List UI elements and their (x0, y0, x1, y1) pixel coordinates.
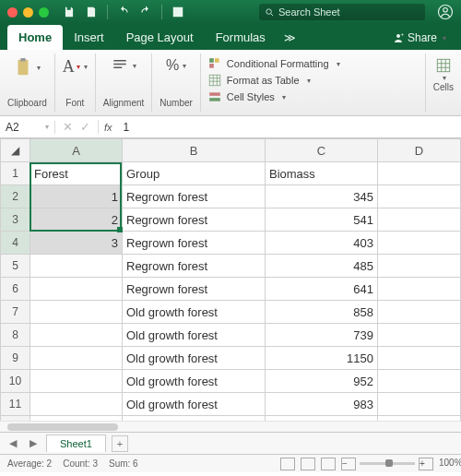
cell[interactable] (378, 347, 461, 370)
share-button[interactable]: + Share ▾ (385, 26, 454, 50)
row-header[interactable]: 6 (1, 278, 30, 301)
format-as-table-button[interactable]: Format as Table▾ (208, 74, 418, 87)
cell[interactable] (378, 301, 461, 324)
row-header[interactable]: 8 (1, 324, 30, 347)
col-header-b[interactable]: B (123, 139, 266, 162)
cell[interactable] (30, 278, 123, 301)
view-normal[interactable] (280, 458, 295, 470)
scroll-horizontal[interactable] (0, 421, 461, 432)
zoom-in[interactable]: + (419, 458, 433, 470)
name-box[interactable]: A2▾ (0, 121, 55, 134)
maximize-icon[interactable] (39, 7, 49, 18)
search-input[interactable]: Search Sheet (259, 4, 425, 20)
row-header[interactable]: 10 (1, 370, 30, 393)
row-header[interactable]: 11 (1, 393, 30, 416)
cell[interactable]: Regrown forest (123, 255, 266, 278)
fx-icon[interactable]: fx (99, 122, 118, 133)
cell[interactable]: Regrown forest (123, 278, 266, 301)
view-page-layout[interactable] (301, 458, 315, 470)
confirm-icon[interactable]: ✓ (80, 120, 90, 134)
close-icon[interactable] (7, 7, 18, 18)
cell[interactable] (30, 347, 123, 370)
add-sheet[interactable]: + (112, 435, 128, 452)
cell[interactable] (30, 370, 123, 393)
cell[interactable]: 485 (266, 255, 378, 278)
tab-formulas[interactable]: Formulas (205, 25, 277, 50)
cell[interactable]: 858 (266, 301, 378, 324)
tab-insert[interactable]: Insert (63, 25, 115, 50)
cell[interactable]: 1150 (266, 347, 378, 370)
tab-home[interactable]: Home (7, 25, 63, 50)
view-page-break[interactable] (321, 458, 336, 470)
cell[interactable]: 1 (30, 185, 123, 208)
tabs-more[interactable]: ≫ (277, 26, 303, 50)
cell[interactable]: Group (123, 162, 266, 185)
row-header[interactable]: 2 (1, 185, 30, 208)
row-header[interactable]: 3 (1, 208, 30, 232)
cell[interactable] (378, 185, 461, 208)
cell[interactable] (30, 393, 123, 416)
cell[interactable] (378, 232, 461, 255)
cell[interactable] (378, 370, 461, 393)
cell[interactable] (378, 208, 461, 232)
cancel-icon[interactable]: ✕ (63, 120, 73, 134)
cell[interactable]: 541 (266, 208, 378, 232)
save-as-icon[interactable] (85, 6, 98, 18)
row-header[interactable]: 1 (1, 162, 30, 185)
cell[interactable]: 983 (266, 393, 378, 416)
cell[interactable]: Regrown forest (123, 208, 266, 232)
cell[interactable] (30, 301, 123, 324)
cell[interactable]: Old growth forest (123, 301, 266, 324)
cell[interactable] (30, 255, 123, 278)
col-header-a[interactable]: A (30, 139, 123, 162)
save-icon[interactable] (63, 6, 76, 18)
cell[interactable] (378, 324, 461, 347)
cell[interactable]: Old growth forest (123, 347, 266, 370)
cell[interactable] (378, 255, 461, 278)
conditional-formatting-button[interactable]: Conditional Formatting▾ (208, 57, 418, 70)
zoom-out[interactable]: − (341, 458, 356, 470)
cell[interactable]: 345 (266, 185, 378, 208)
cell[interactable]: Regrown forest (123, 185, 266, 208)
cell[interactable]: Old growth forest (123, 370, 266, 393)
worksheet-grid[interactable]: ◢ A B C D 1ForestGroupBiomass21Regrown f… (0, 138, 461, 421)
align-icon[interactable] (111, 57, 129, 74)
cell[interactable]: 739 (266, 324, 378, 347)
cells-icon[interactable] (435, 57, 452, 74)
cell[interactable] (378, 162, 461, 185)
sheet-tab-1[interactable]: Sheet1 (46, 434, 106, 452)
select-all[interactable]: ◢ (1, 139, 30, 162)
cell[interactable]: Forest (30, 162, 123, 185)
cell[interactable]: Old growth forest (123, 393, 266, 416)
row-header[interactable]: 4 (1, 232, 30, 255)
cell-styles-button[interactable]: Cell Styles▾ (208, 90, 418, 103)
col-header-d[interactable]: D (378, 139, 461, 162)
paste-icon[interactable] (13, 57, 33, 77)
sheet-prev[interactable]: ◀ (6, 436, 20, 451)
cell[interactable]: 2 (30, 208, 123, 232)
sheet-next[interactable]: ▶ (26, 436, 41, 451)
redo-icon[interactable] (139, 6, 152, 18)
cell[interactable]: 952 (266, 370, 378, 393)
minimize-icon[interactable] (23, 7, 33, 18)
col-header-c[interactable]: C (266, 139, 378, 162)
cell[interactable] (378, 278, 461, 301)
row-header[interactable]: 9 (1, 347, 30, 370)
row-header[interactable]: 7 (1, 301, 30, 324)
cell[interactable]: Regrown forest (123, 232, 266, 255)
font-icon[interactable]: A (63, 57, 75, 77)
cell[interactable]: 641 (266, 278, 378, 301)
tab-page-layout[interactable]: Page Layout (115, 25, 205, 50)
cell[interactable]: Biomass (266, 162, 378, 185)
percent-icon[interactable]: % (166, 57, 179, 74)
cell[interactable] (378, 393, 461, 416)
cell[interactable]: 3 (30, 232, 123, 255)
zoom-control[interactable]: − + (341, 458, 433, 470)
cell[interactable]: 403 (266, 232, 378, 255)
cell[interactable] (30, 324, 123, 347)
row-header[interactable]: 5 (1, 255, 30, 278)
formula-input[interactable]: 1 (118, 121, 136, 134)
scroll-thumb[interactable] (7, 423, 118, 431)
undo-icon[interactable] (117, 6, 130, 18)
cell[interactable]: Old growth forest (123, 324, 266, 347)
